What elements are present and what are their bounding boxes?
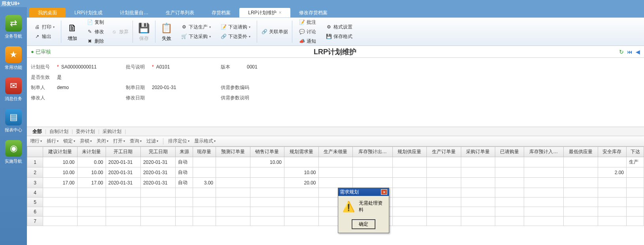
nav-item-2[interactable]: ✉消息任务 (5, 78, 22, 102)
table-row[interactable]: 7 (27, 217, 644, 226)
chat-icon: 💬 (299, 28, 305, 35)
check-icon: ● (31, 49, 34, 55)
tab-LRP计划生成[interactable]: LRP计划生成 (66, 8, 111, 17)
grid-tool-锁定[interactable]: 锁定 ▾ (63, 138, 75, 144)
tab-我的桌面[interactable]: 我的桌面 (29, 8, 66, 17)
settings-icon: ⚙ (326, 24, 332, 30)
grid-tool-关闭[interactable]: 关闭 ▾ (97, 138, 108, 144)
table-row[interactable]: 210.0010.002020-01-312020-01-31自动10.002.… (27, 167, 644, 178)
issue-outsource-button[interactable]: 🔗下达委外▾ (219, 32, 252, 40)
grid-tool-显示格式[interactable]: 显示格式 ▾ (194, 138, 216, 144)
column-header[interactable]: 库存预计出… (353, 147, 393, 157)
discard-icon: ⦸ (111, 28, 117, 35)
tab-close-icon[interactable]: × (279, 10, 282, 15)
column-header[interactable]: 现存量 (193, 147, 216, 157)
related-docs-button[interactable]: 🔗关联单据 (259, 28, 290, 36)
dialog-close-button[interactable]: ✕ (381, 189, 387, 195)
issue-production-button[interactable]: ⚙下达生产▾ (179, 23, 212, 31)
grid-tool-过滤[interactable]: 过滤 ▾ (146, 138, 158, 144)
column-header[interactable]: 生产未领量 (318, 147, 353, 157)
column-header[interactable]: 采购订单量 (461, 147, 495, 157)
tab-LRP计划维护[interactable]: LRP计划维护× (239, 8, 290, 17)
main-toolbar: 🖨打印▾ ↗输出 🗎增加 📄复制 ✎修改 ✖删除 ⦸放弃 💾保存 📋失效 ⚙下达… (27, 17, 644, 46)
table-row[interactable]: 110.000.002020-01-312020-01-31自动10.00生产 (27, 157, 644, 167)
tab-修改存货档案[interactable]: 修改存货档案 (290, 8, 336, 17)
grid-tool-插行[interactable]: 插行 ▾ (47, 138, 59, 144)
dialog-ok-button[interactable]: 确定 (352, 220, 375, 229)
cart-icon: 🛒 (181, 33, 187, 40)
save-button: 💾保存 (135, 21, 153, 43)
batch-desc-label: 批号说明 (126, 64, 150, 70)
maker-label: 制单人 (31, 84, 55, 91)
format-settings-button[interactable]: ⚙格式设置 (324, 23, 354, 31)
column-header[interactable]: 规划需求量 (284, 147, 319, 157)
issue-request-button[interactable]: 📝下达请购▾ (219, 23, 252, 31)
sub-tab[interactable]: 委外计划 (73, 128, 98, 135)
data-grid[interactable]: 建议计划量未计划量开工日期完工日期来源现存量预测订单量销售订单量规划需求量生产未… (27, 146, 644, 245)
grid-tool-查询[interactable]: 查询 ▾ (130, 138, 142, 144)
gear-icon: ⚙ (181, 24, 187, 30)
notify-button[interactable]: 📣通知 (297, 37, 318, 45)
table-row[interactable]: 317.0017.002020-01-312020-01-31自动3.0020.… (27, 178, 644, 188)
column-header[interactable]: 完工日期 (140, 147, 175, 157)
refresh-icon[interactable]: ↻ (619, 49, 624, 55)
column-header[interactable]: 开工日期 (106, 147, 140, 157)
column-header[interactable]: 已请购量 (495, 147, 524, 157)
column-header[interactable]: 来源 (176, 147, 193, 157)
prev-page-icon[interactable]: ◀ (636, 49, 640, 55)
column-header[interactable]: 生产订单量 (427, 147, 461, 157)
nav-label: 报表中心 (5, 127, 22, 133)
column-header[interactable]: 规划供应量 (392, 147, 427, 157)
grid-tool-弃锁[interactable]: 弃锁 ▾ (80, 138, 92, 144)
sub-tab[interactable]: 采购计划 (99, 128, 125, 135)
issue-purchase-button[interactable]: 🛒下达采购▾ (179, 32, 212, 40)
copy-icon: 📄 (87, 19, 93, 25)
invalid-button[interactable]: 📋失效 (158, 21, 175, 43)
maker-value: demo (57, 85, 69, 90)
copy-button[interactable]: 📄复制 (85, 18, 106, 26)
column-header[interactable] (27, 147, 43, 157)
column-header[interactable]: 下达 (627, 147, 644, 157)
nav-icon: ✉ (5, 78, 22, 94)
tab-生产订单列表[interactable]: 生产订单列表 (157, 8, 203, 17)
discuss-button[interactable]: 💬讨论 (297, 28, 318, 36)
column-header[interactable]: 库存预计入… (524, 147, 564, 157)
column-header[interactable]: 安全库存 (598, 147, 626, 157)
tab-计划批量自…[interactable]: 计划批量自… (111, 8, 157, 17)
modify-button[interactable]: ✎修改 (85, 28, 106, 36)
save-format-button[interactable]: 💾保存格式 (324, 32, 354, 40)
grid-tool-排序定位[interactable]: 排序定位 ▾ (168, 138, 189, 144)
grid-tool-增行[interactable]: 增行 ▾ (30, 138, 42, 144)
delete-button[interactable]: ✖删除 (85, 37, 106, 45)
nav-item-3[interactable]: ▤报表中心 (5, 109, 22, 133)
nav-item-4[interactable]: ◉实施导航 (5, 140, 22, 164)
output-button[interactable]: ↗输出 (32, 32, 56, 40)
column-header[interactable]: 预测订单量 (216, 147, 250, 157)
nav-label: 实施导航 (5, 158, 22, 164)
grid-tool-打开[interactable]: 打开 ▾ (113, 138, 125, 144)
export-icon: ↗ (34, 33, 40, 40)
nav-item-1[interactable]: ★常用功能 (5, 46, 22, 70)
tab-存货档案[interactable]: 存货档案 (203, 8, 239, 17)
nav-icon: ⇄ (5, 15, 22, 32)
request-icon: 📝 (220, 24, 227, 30)
column-header[interactable]: 最低供应量 (564, 147, 598, 157)
print-button[interactable]: 🖨打印▾ (32, 23, 56, 31)
table-row[interactable]: 4 (27, 188, 644, 198)
link-icon: 🔗 (261, 28, 267, 35)
add-button[interactable]: 🗎增加 (64, 21, 81, 43)
nav-item-0[interactable]: ⇄业务导航 (5, 15, 22, 39)
column-header[interactable]: 未计划量 (77, 147, 106, 157)
make-date-value: 2020-01-31 (152, 85, 176, 90)
first-page-icon[interactable]: ⏮ (627, 49, 633, 55)
sub-tab[interactable]: 全部 (29, 128, 45, 135)
bell-icon: 📣 (299, 38, 305, 44)
column-header[interactable]: 销售订单量 (250, 147, 284, 157)
supply-code-label: 供需参数编码 (221, 84, 244, 91)
note-icon: 📝 (299, 19, 305, 25)
sub-tab[interactable]: 自制计划 (46, 128, 72, 135)
table-row[interactable]: 5 (27, 198, 644, 207)
column-header[interactable]: 建议计划量 (43, 147, 78, 157)
table-row[interactable]: 6 (27, 207, 644, 217)
remark-button[interactable]: 📝批注 (297, 18, 318, 26)
